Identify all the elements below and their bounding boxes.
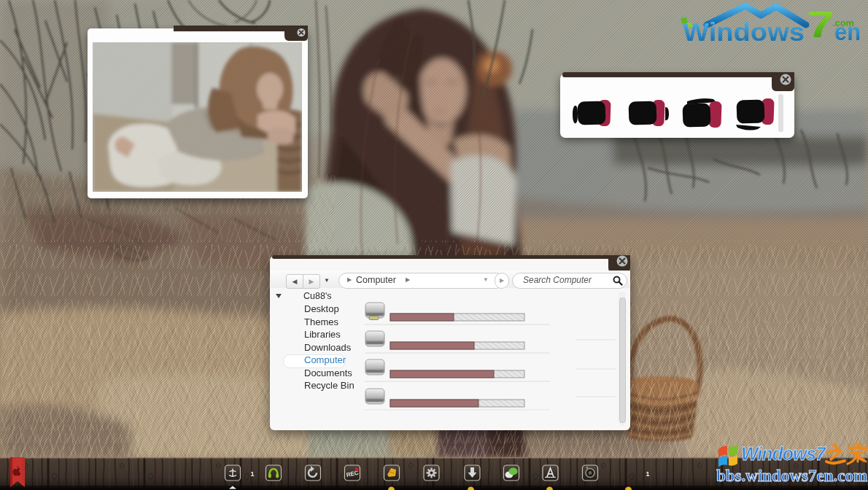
svg-text:Windows7: Windows7	[741, 443, 826, 464]
svg-text:1: 1	[646, 470, 649, 478]
svg-text:.com: .com	[832, 18, 854, 28]
svg-text:bbs.windows7en.com: bbs.windows7en.com	[716, 467, 867, 485]
svg-text:Windows: Windows	[683, 18, 805, 45]
svg-text:1: 1	[250, 470, 254, 478]
svg-text:7: 7	[807, 4, 834, 45]
